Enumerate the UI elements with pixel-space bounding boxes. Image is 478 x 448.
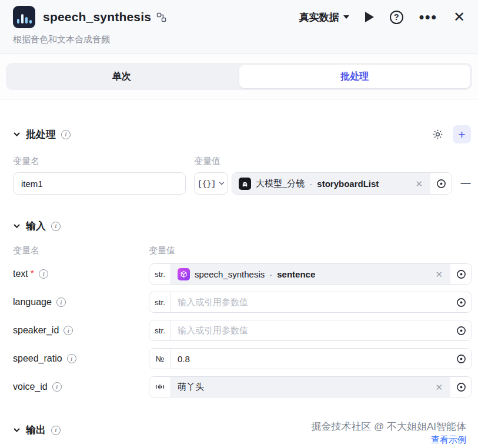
value-text: 0.8 [178,354,190,364]
param-name: speed_ratio [13,353,62,364]
tab-batch[interactable]: 批处理 [239,65,471,88]
ref-field: sentence [277,269,315,279]
collapse-chevron-icon[interactable] [13,426,21,434]
settings-gear-icon[interactable] [432,129,443,140]
node-description: 根据音色和文本合成音频 [13,34,465,53]
param-row-language: language i str. 输入或引用参数值 [13,292,472,313]
close-icon: ✕ [453,11,465,23]
param-row-speed-ratio: speed_ratio i № 0.8 [13,348,472,369]
info-icon[interactable]: i [39,269,48,279]
clear-value-icon[interactable]: ✕ [434,383,444,392]
reference-toggle-icon[interactable] [450,264,472,284]
batch-value-field[interactable]: 大模型_分镜 · storyboardList ✕ [232,172,452,195]
more-button[interactable]: ••• [419,14,437,20]
column-label-value: 变量值 [149,245,175,256]
type-badge: str. [149,320,171,340]
reference-toggle-icon[interactable] [430,173,452,194]
tab-single[interactable]: 单次 [6,63,238,90]
param-row-text: text * i str. speech_synthesis · sentenc… [13,263,472,285]
reference-toggle-icon[interactable] [450,320,472,340]
speech-synthesis-node-icon [13,6,35,28]
clear-value-icon[interactable]: ✕ [434,270,444,279]
info-icon[interactable]: i [67,354,76,363]
batch-variable-row: [{}] 大模型_分镜 · storyboardList ✕ — [13,172,472,195]
mode-tabs-container: 单次 批处理 [0,54,478,99]
help-button[interactable]: ? [390,11,403,24]
param-name: speaker_id [13,325,59,336]
ref-source: 大模型_分镜 [256,178,305,189]
info-icon[interactable]: i [51,426,61,435]
add-variable-button[interactable]: + [453,125,471,143]
ref-source: speech_synthesis [195,269,265,279]
output-section-title: 输出 [26,423,46,437]
param-name: text [13,269,28,279]
view-example-link[interactable]: 查看示例 [431,434,466,446]
close-button[interactable]: ✕ [453,11,465,23]
reference-toggle-icon[interactable] [450,349,472,369]
param-row-speaker-id: speaker_id i str. 输入或引用参数值 [13,320,472,341]
speech-synthesis-ref-icon [178,268,190,280]
column-label-value: 变量值 [194,156,220,167]
ref-separator: · [309,179,312,189]
required-asterisk: * [31,269,34,279]
play-icon [365,12,374,22]
text-value-field[interactable]: str. speech_synthesis · sentence ✕ [149,263,472,285]
type-badge: № [149,349,171,369]
param-name: voice_id [13,382,48,392]
column-label-name: 变量名 [13,156,194,167]
param-name: language [13,297,52,307]
voice-id-value-field[interactable]: 萌丫头 ✕ [149,376,472,397]
data-mode-dropdown[interactable]: 真实数据 [299,11,349,24]
speed-ratio-value-field[interactable]: № 0.8 [149,348,472,369]
chevron-down-icon [343,15,349,19]
info-icon[interactable]: i [63,326,73,335]
speaker-id-value-field[interactable]: str. 输入或引用参数值 [149,320,472,341]
waveform-icon [149,377,171,397]
type-label: [{}] [198,179,216,188]
panel-header: speech_synthesis 真实数据 ? ••• ✕ 根据音色和文本合成音 [0,0,478,53]
data-mode-label: 真实数据 [299,11,339,24]
ellipsis-icon: ••• [419,14,437,20]
chevron-down-icon [219,180,225,186]
reference-toggle-icon[interactable] [450,292,472,312]
info-icon[interactable]: i [61,130,71,139]
collapse-chevron-icon[interactable] [13,222,21,230]
ref-separator: · [269,269,272,279]
llm-node-icon [239,178,251,190]
type-badge: str. [149,292,171,312]
remove-row-button[interactable]: — [459,178,472,189]
workflow-link-icon[interactable] [156,12,166,22]
input-section-title: 输入 [26,219,46,233]
batch-type-select[interactable]: [{}] [194,172,228,195]
divider [0,99,478,99]
batch-section-title: 批处理 [26,128,56,141]
node-config-panel: speech_synthesis 真实数据 ? ••• ✕ 根据音色和文本合成音 [0,0,478,448]
value-text: 萌丫头 [178,382,204,393]
run-button[interactable] [365,12,374,22]
value-placeholder: 输入或引用参数值 [178,297,248,308]
reference-toggle-icon[interactable] [450,377,472,397]
batch-variable-name-input[interactable] [13,172,186,195]
node-title: speech_synthesis [43,10,151,24]
param-row-voice-id: voice_id i 萌丫头 ✕ [13,376,472,397]
info-icon[interactable]: i [51,222,61,231]
info-icon[interactable]: i [56,297,66,307]
column-label-name: 变量名 [13,245,149,256]
type-badge: str. [149,264,171,284]
language-value-field[interactable]: str. 输入或引用参数值 [149,292,472,313]
value-placeholder: 输入或引用参数值 [178,325,248,336]
clear-value-icon[interactable]: ✕ [414,179,424,188]
ref-field: storyboardList [317,179,379,189]
info-icon[interactable]: i [52,382,62,392]
question-icon: ? [390,11,403,24]
collapse-chevron-icon[interactable] [13,131,21,138]
